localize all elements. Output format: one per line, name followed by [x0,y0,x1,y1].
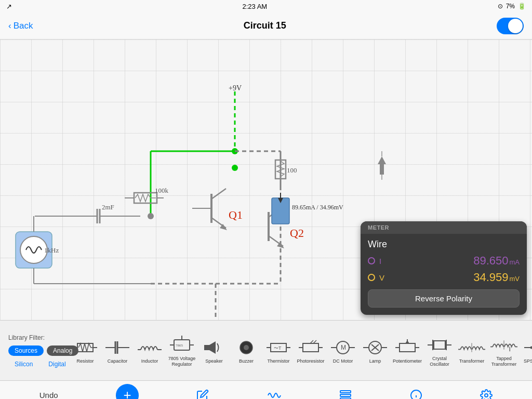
svg-point-11 [148,213,154,219]
meter-i-label: I [368,257,381,265]
wave-button[interactable] [267,389,282,400]
meter-body: Wire I 89.650mA V 34.959mV Rever [361,234,527,315]
potentiometer-icon [394,337,421,358]
component-buzzer[interactable]: Buzzer [231,337,262,364]
status-bar: ↗ 2:23 AM ⊙ 7% 🔋 [0,0,532,12]
library-bar: Library Filter: Sources Analog Silicon D… [0,320,532,380]
inductor-icon [136,337,163,358]
circuit-canvas[interactable]: +9V 100k [0,39,532,320]
svg-marker-69 [209,341,216,354]
svg-rect-91 [400,343,415,352]
spst-label: SPST Swi... [524,358,532,364]
component-crystal[interactable]: Crystal Oscillator [424,334,455,367]
svg-rect-68 [204,345,209,350]
back-button[interactable]: ‹ Back [8,21,33,31]
component-spst[interactable]: SPST Swi... [521,337,532,364]
component-tapped[interactable]: Tapped Transformer [488,334,520,367]
svg-text:+9V: +9V [229,84,242,92]
svg-text:Q2: Q2 [290,227,304,240]
potentiometer-label: Potentiometer [393,358,422,364]
svg-marker-94 [405,340,409,343]
svg-rect-113 [340,394,351,396]
svg-point-71 [244,345,249,350]
svg-point-118 [485,394,488,397]
component-lamp[interactable]: Lamp [360,337,391,364]
bottom-toolbar: Undo + [0,380,532,399]
nav-bar: ‹ Back Circuit 15 [0,12,532,39]
thermistor-icon: 〜T [265,337,292,358]
component-resistor[interactable]: Resistor [70,337,101,364]
component-dcmotor[interactable]: MDC Motor [327,337,358,364]
library-filter-label: Library Filter: [8,334,45,341]
battery-icon: 🔋 [518,3,526,10]
buzzer-icon [233,337,260,358]
speaker-icon [201,337,228,358]
svg-rect-96 [434,341,445,349]
undo-button[interactable]: Undo [39,391,58,399]
component-photoresistor[interactable]: Photoresistor [295,337,326,364]
svg-text:2mF: 2mF [102,203,114,211]
inductor-label: Inductor [141,358,158,364]
svg-text:100: 100 [287,166,297,174]
capacitor-icon [104,337,131,358]
plus-icon: + [123,387,131,399]
dcmotor-icon: M [329,337,356,358]
svg-text:7805: 7805 [176,343,183,348]
component-regulator[interactable]: 78057805 Voltage Regulator [166,334,197,367]
svg-rect-112 [340,391,351,393]
battery-percent: 7% [506,3,515,10]
filter-silicon-button[interactable]: Silicon [8,359,39,369]
lamp-label: Lamp [369,358,381,364]
photoresistor-label: Photoresistor [297,358,324,364]
crystal-label: Crystal Oscillator [424,356,455,367]
edit-button[interactable] [196,389,209,400]
svg-marker-52 [378,156,386,175]
tapped-icon [490,334,517,356]
crystal-icon [426,334,453,356]
svg-point-29 [20,236,47,263]
transformer-label: Transformer [459,358,485,364]
lamp-icon [362,337,389,358]
component-thermistor[interactable]: 〜TThermistor [263,337,294,364]
svg-line-36 [211,189,226,199]
list-button[interactable] [339,389,352,400]
svg-text:〜T: 〜T [274,345,282,351]
component-capacitor[interactable]: Capacitor [102,337,133,364]
svg-text:100k: 100k [155,187,169,194]
svg-point-9 [232,165,238,171]
regulator-icon: 7805 [168,334,195,356]
resistor-label: Resistor [76,358,94,364]
info-button[interactable] [410,389,422,400]
component-inductor[interactable]: Inductor [134,337,165,364]
toggle-switch[interactable] [497,18,524,34]
meter-v-label: V [368,273,384,282]
component-speaker[interactable]: Speaker [198,337,230,364]
spst-icon [523,337,532,358]
buzzer-label: Buzzer [239,358,254,364]
reverse-polarity-button[interactable]: Reverse Polarity [368,289,520,308]
filter-sources-button[interactable]: Sources [8,345,44,356]
meter-i-letter: I [379,257,381,265]
svg-text:M: M [341,344,346,351]
thermistor-label: Thermistor [267,358,289,364]
meter-wire-label: Wire [368,239,520,250]
arrow-icon: ↗ [6,3,12,10]
add-button[interactable]: + [116,384,139,400]
back-label: Back [14,21,33,31]
dcmotor-label: DC Motor [333,358,353,364]
meter-i-value: 89.650mA [473,254,520,268]
transformer-icon [458,337,485,358]
settings-button[interactable] [480,389,493,400]
chevron-left-icon: ‹ [8,21,11,31]
speaker-label: Speaker [205,358,223,364]
svg-point-115 [411,390,421,400]
components-scroll-area[interactable]: ResistorCapacitorInductor78057805 Voltag… [68,321,532,380]
component-potentiometer[interactable]: Potentiometer [392,337,423,364]
meter-header: METER [361,221,527,234]
photoresistor-icon [297,337,324,358]
svg-text:89.65mA / 34.96mV: 89.65mA / 34.96mV [292,204,343,211]
resistor-icon [72,337,99,358]
component-transformer[interactable]: Transformer [456,337,487,364]
meter-panel: METER Wire I 89.650mA V 34.959mV [361,221,527,315]
meter-v-value: 34.959mV [473,271,520,284]
